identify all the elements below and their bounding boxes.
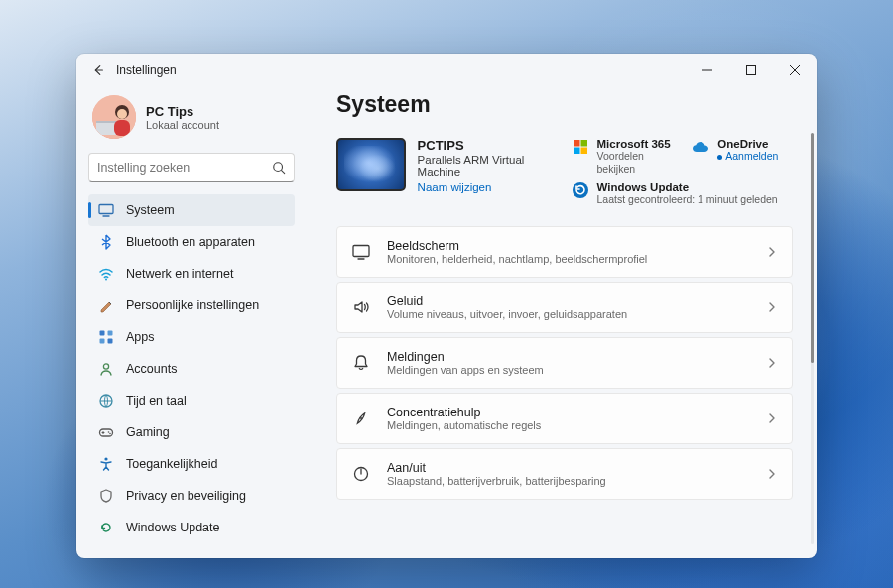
windows-update-icon	[98, 520, 114, 535]
minimize-icon	[702, 65, 712, 75]
scrollbar[interactable]	[811, 133, 814, 544]
focus-assist-icon	[351, 409, 371, 428]
sidebar-item-gaming[interactable]: Gaming	[88, 416, 295, 448]
svg-point-9	[105, 279, 107, 281]
hero-title: Windows Update	[597, 181, 778, 193]
sidebar-item-label: Apps	[126, 330, 155, 344]
chevron-right-icon	[766, 357, 778, 369]
nav-list: Systeem Bluetooth en apparaten Netwerk e…	[88, 194, 295, 543]
svg-point-7	[274, 163, 283, 172]
setting-row-sound[interactable]: Geluid Volume niveaus, uitvoer, invoer, …	[336, 282, 793, 333]
sidebar-item-label: Netwerk en internet	[126, 267, 233, 281]
onedrive-icon	[692, 138, 709, 156]
gaming-icon	[98, 424, 114, 440]
rename-link[interactable]: Naam wijzigen	[418, 181, 554, 193]
time-language-icon	[98, 393, 114, 409]
account-name: PC Tips	[146, 104, 219, 119]
accounts-icon	[98, 361, 114, 377]
svg-point-17	[108, 431, 110, 433]
arrow-left-icon	[91, 63, 105, 77]
sidebar-item-personalization[interactable]: Persoonlijke instellingen	[88, 290, 295, 321]
svg-rect-25	[353, 246, 369, 257]
microsoft-logo-icon	[572, 138, 589, 156]
setting-title: Meldingen	[387, 350, 750, 364]
svg-rect-21	[580, 140, 587, 147]
device-card: PCTIPS Parallels ARM Virtual Machine Naa…	[336, 138, 554, 193]
chevron-right-icon	[766, 246, 778, 258]
chevron-right-icon	[766, 412, 778, 424]
close-button[interactable]	[773, 54, 817, 87]
network-icon	[98, 266, 114, 282]
svg-rect-11	[108, 331, 113, 336]
sidebar-item-network[interactable]: Netwerk en internet	[88, 258, 295, 290]
minimize-button[interactable]	[686, 54, 729, 87]
setting-row-power[interactable]: Aan/uit Slaapstand, batterijverbruik, ba…	[336, 448, 793, 500]
hero-onedrive[interactable]: OneDrive Aanmelden	[692, 138, 793, 176]
svg-rect-10	[100, 331, 105, 336]
setting-row-focus-assist[interactable]: Concentratiehulp Meldingen, automatische…	[336, 393, 793, 444]
sidebar-item-windows-update[interactable]: Windows Update	[88, 512, 295, 543]
sidebar-item-label: Gaming	[126, 425, 170, 439]
chevron-right-icon	[766, 301, 778, 313]
sidebar-item-apps[interactable]: Apps	[88, 321, 295, 353]
sidebar-item-label: Bluetooth en apparaten	[126, 235, 255, 249]
maximize-button[interactable]	[729, 54, 773, 87]
power-icon	[351, 464, 371, 484]
hero-title: OneDrive	[717, 138, 778, 150]
search-input[interactable]	[97, 161, 266, 175]
display-icon	[351, 242, 371, 262]
bluetooth-icon	[98, 234, 114, 250]
maximize-icon	[746, 65, 756, 75]
sidebar: PC Tips Lokaal account Systeem Bluetooth…	[76, 87, 307, 558]
hero-sub: Voordelen bekijken	[597, 150, 673, 176]
device-model: Parallels ARM Virtual Machine	[418, 154, 554, 177]
hero-title: Microsoft 365	[597, 138, 673, 150]
sound-icon	[351, 297, 371, 317]
sidebar-item-label: Toegankelijkheid	[126, 457, 217, 471]
setting-row-display[interactable]: Beeldscherm Monitoren, helderheid, nacht…	[336, 226, 793, 278]
system-icon	[98, 202, 114, 218]
avatar	[92, 95, 136, 139]
account-subtitle: Lokaal account	[146, 119, 219, 131]
notifications-icon	[351, 353, 371, 373]
sidebar-item-system[interactable]: Systeem	[88, 194, 295, 226]
close-icon	[790, 65, 800, 75]
avatar-illustration-icon	[92, 95, 136, 139]
search-box[interactable]	[88, 153, 295, 182]
svg-rect-12	[100, 339, 105, 344]
hero-windows-update[interactable]: Windows Update Laatst gecontroleerd: 1 m…	[572, 181, 793, 206]
settings-list: Beeldscherm Monitoren, helderheid, nacht…	[336, 226, 793, 500]
hero-sub: Laatst gecontroleerd: 1 minuut geleden	[597, 193, 778, 206]
sidebar-item-label: Persoonlijke instellingen	[126, 298, 259, 312]
sidebar-item-accessibility[interactable]: Toegankelijkheid	[88, 448, 295, 480]
setting-row-notifications[interactable]: Meldingen Meldingen van apps en systeem	[336, 337, 793, 389]
sidebar-item-accounts[interactable]: Accounts	[88, 353, 295, 385]
apps-icon	[98, 329, 114, 345]
sidebar-item-bluetooth[interactable]: Bluetooth en apparaten	[88, 226, 295, 258]
privacy-icon	[98, 488, 114, 504]
sidebar-item-time-language[interactable]: Tijd en taal	[88, 385, 295, 416]
sidebar-item-label: Accounts	[126, 362, 177, 376]
svg-point-14	[103, 364, 108, 369]
setting-subtitle: Meldingen, automatische regels	[387, 419, 750, 431]
personalization-icon	[98, 297, 114, 313]
svg-rect-8	[99, 205, 113, 214]
svg-point-18	[109, 433, 111, 435]
hero-microsoft365[interactable]: Microsoft 365 Voordelen bekijken	[572, 138, 673, 176]
page-title: Systeem	[336, 91, 793, 118]
setting-subtitle: Volume niveaus, uitvoer, invoer, geluids…	[387, 308, 750, 320]
svg-rect-16	[100, 429, 113, 436]
hero-link[interactable]: Aanmelden	[717, 150, 778, 162]
account-block[interactable]: PC Tips Lokaal account	[88, 93, 295, 145]
chevron-right-icon	[766, 468, 778, 480]
back-button[interactable]	[84, 57, 112, 84]
svg-rect-0	[747, 66, 756, 75]
titlebar: Instellingen	[76, 54, 817, 87]
setting-subtitle: Slaapstand, batterijverbruik, batterijbe…	[387, 475, 750, 487]
svg-rect-13	[108, 339, 113, 344]
scrollbar-thumb[interactable]	[811, 133, 814, 363]
svg-rect-22	[574, 148, 580, 155]
device-name: PCTIPS	[418, 138, 554, 153]
svg-point-26	[360, 417, 362, 419]
sidebar-item-privacy[interactable]: Privacy en beveiliging	[88, 480, 295, 512]
